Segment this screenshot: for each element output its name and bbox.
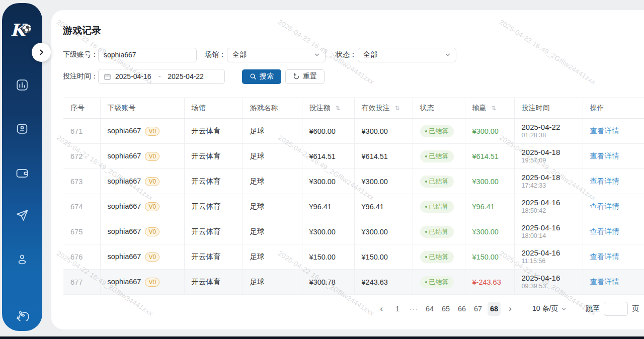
status-badge: 已结算 xyxy=(420,125,454,137)
row-bet-time: 2025-04-1817:42:33 xyxy=(514,169,583,194)
row-status: 已结算 xyxy=(413,244,465,270)
column-header-5: 投注额⇅ xyxy=(302,98,354,119)
view-details-link[interactable]: 查看详情 xyxy=(590,152,619,160)
reset-icon xyxy=(293,73,300,80)
status-dot-icon xyxy=(425,231,427,233)
venue-select-value: 全部 xyxy=(232,50,314,59)
view-details-link[interactable]: 查看详情 xyxy=(590,202,619,210)
row-winloss: ¥150.00 xyxy=(465,244,514,270)
support-phone-icon[interactable] xyxy=(15,306,30,321)
profile-icon[interactable] xyxy=(15,252,30,267)
row-winloss: ¥300.00 xyxy=(465,169,514,194)
main-panel: 游戏记录 下级账号： 场馆： 全部 状态： 全部 投注时间： 2025-04-1… xyxy=(51,10,644,329)
jump-suffix: 页 xyxy=(632,304,639,313)
view-details-link[interactable]: 查看详情 xyxy=(590,177,619,185)
row-status: 已结算 xyxy=(413,119,465,144)
row-valid-bet: ¥300.00 xyxy=(354,219,413,244)
column-header-6: 有效投注⇅ xyxy=(354,98,413,119)
sort-icon[interactable]: ⇅ xyxy=(395,105,400,112)
column-header-3: 场馆 xyxy=(184,98,243,119)
row-action: 查看详情 xyxy=(583,119,644,144)
view-details-link[interactable]: 查看详情 xyxy=(590,127,619,135)
bottom-bar xyxy=(0,336,644,339)
account-input[interactable] xyxy=(98,48,197,62)
row-status: 已结算 xyxy=(413,270,465,295)
soccer-ball-icon: ⚽ xyxy=(22,24,32,33)
venue-select[interactable]: 全部 xyxy=(227,48,326,62)
vip-level-badge: V0 xyxy=(145,252,159,262)
view-details-link[interactable]: 查看详情 xyxy=(590,252,619,261)
row-action: 查看详情 xyxy=(583,169,644,194)
sort-icon[interactable]: ⇅ xyxy=(336,105,341,112)
row-seq: 677 xyxy=(63,270,100,295)
row-valid-bet: ¥96.41 xyxy=(354,194,413,219)
row-valid-bet: ¥150.00 xyxy=(354,244,413,270)
row-bet-amount: ¥300.78 xyxy=(302,270,354,295)
send-icon[interactable] xyxy=(15,208,30,223)
column-header-10: 操作 xyxy=(583,98,644,119)
table-row: 674 sophia667V0 开云体育 足球 ¥96.41 ¥96.41 已结… xyxy=(63,194,644,219)
row-game: 足球 xyxy=(243,270,302,295)
date-end: 2025-04-22 xyxy=(168,72,204,80)
status-select[interactable]: 全部 xyxy=(358,48,456,62)
row-valid-bet: ¥300.00 xyxy=(354,169,413,194)
table-row: 672 sophia667V0 开云体育 足球 ¥614.51 ¥614.51 … xyxy=(63,144,644,169)
row-status: 已结算 xyxy=(413,219,465,244)
page-button-67[interactable]: 67 xyxy=(471,302,485,316)
row-action: 查看详情 xyxy=(583,144,644,169)
view-details-link[interactable]: 查看详情 xyxy=(590,278,619,286)
jump-page-input[interactable] xyxy=(604,302,628,316)
row-account: sophia667V0 xyxy=(100,270,184,295)
chevron-down-icon xyxy=(314,52,320,58)
status-dot-icon xyxy=(425,155,427,157)
next-page-button[interactable]: › xyxy=(504,302,517,316)
page-size-value: 10 条/页 xyxy=(532,304,558,313)
page-button-64[interactable]: 64 xyxy=(423,302,436,316)
vip-level-badge: V0 xyxy=(145,278,159,287)
date-start: 2025-04-16 xyxy=(115,72,151,80)
pagination-ellipsis: ··· xyxy=(407,302,420,316)
account-card-icon[interactable] xyxy=(15,121,30,136)
page-button-65[interactable]: 65 xyxy=(439,302,452,316)
table-row: 677 sophia667V0 开云体育 足球 ¥300.78 ¥243.63 … xyxy=(63,270,644,295)
status-label: 状态： xyxy=(336,50,358,59)
sort-icon[interactable]: ⇅ xyxy=(492,105,497,112)
row-bet-time: 2025-04-1819:57:09 xyxy=(514,144,583,169)
page-button-1[interactable]: 1 xyxy=(391,302,404,316)
prev-page-button[interactable]: ‹ xyxy=(375,302,388,316)
sidebar-collapse-button[interactable] xyxy=(32,43,51,62)
view-details-link[interactable]: 查看详情 xyxy=(590,227,619,235)
table-header-row: 序号下级账号场馆游戏名称投注额⇅有效投注⇅状态输赢⇅投注时间操作 xyxy=(63,98,644,119)
vip-level-badge: V0 xyxy=(145,227,159,236)
row-valid-bet: ¥243.63 xyxy=(354,270,413,295)
search-icon xyxy=(250,73,257,80)
wallet-icon[interactable] xyxy=(15,165,30,181)
row-status: 已结算 xyxy=(413,144,465,169)
vip-level-badge: V0 xyxy=(145,177,159,186)
date-range-picker[interactable]: 2025-04-16 - 2025-04-22 xyxy=(98,69,225,84)
row-status: 已结算 xyxy=(413,169,465,194)
row-game: 足球 xyxy=(243,119,302,144)
page-button-66[interactable]: 66 xyxy=(455,302,468,316)
status-dot-icon xyxy=(425,130,427,132)
row-account: sophia667V0 xyxy=(100,119,184,144)
row-winloss: ¥614.51 xyxy=(465,144,514,169)
pagination: ‹ 1···6465666768 › 10 条/页 跳至 页 xyxy=(373,301,639,317)
page-title: 游戏记录 xyxy=(63,24,101,37)
row-venue: 开云体育 xyxy=(184,194,243,219)
row-winloss: ¥96.41 xyxy=(465,194,514,219)
row-action: 查看详情 xyxy=(583,270,644,295)
venue-label: 场馆： xyxy=(205,50,227,59)
date-separator: - xyxy=(155,72,164,80)
page-button-68[interactable]: 68 xyxy=(488,302,501,316)
status-badge: 已结算 xyxy=(420,251,454,263)
row-account: sophia667V0 xyxy=(100,169,184,194)
reset-button[interactable]: 重置 xyxy=(285,69,325,84)
page-size-select[interactable]: 10 条/页 xyxy=(532,304,567,313)
row-winloss: ¥300.00 xyxy=(465,119,514,144)
stats-icon[interactable] xyxy=(15,77,30,93)
row-venue: 开云体育 xyxy=(184,219,243,244)
search-button[interactable]: 搜索 xyxy=(242,69,281,84)
row-seq: 671 xyxy=(63,119,100,144)
status-badge: 已结算 xyxy=(420,201,454,213)
